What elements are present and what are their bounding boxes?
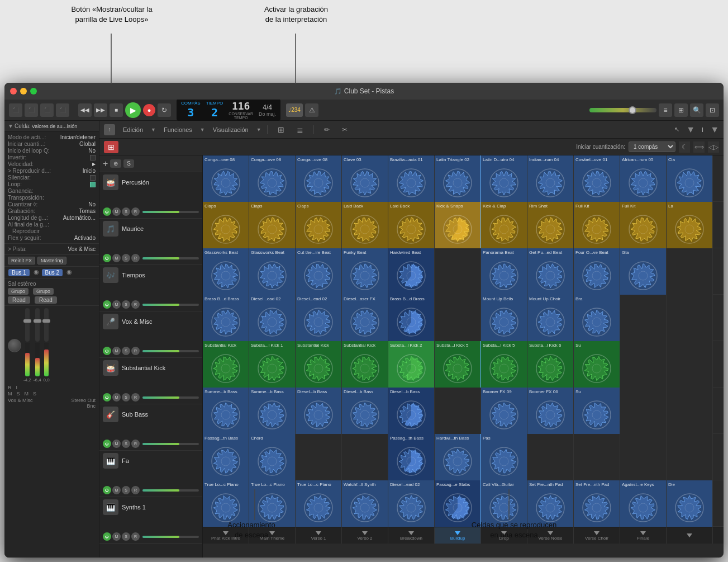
cell-0-1[interactable]: Conga...ove 08 xyxy=(249,155,296,202)
cell-4-4[interactable]: Substa...l Kick 2 xyxy=(388,341,435,388)
cell-0-3[interactable]: Clave 03 xyxy=(342,155,388,202)
silenciar-checkbox[interactable] xyxy=(90,175,96,181)
cell-3-10[interactable] xyxy=(667,295,713,341)
cell-2-7[interactable]: Get Pu...ed Beat xyxy=(527,248,574,295)
cell-3-1[interactable]: Diesel...ead 02 xyxy=(249,295,296,341)
stop-button[interactable]: ■ xyxy=(110,103,123,117)
cell-3-4[interactable]: Brass B...d Brass xyxy=(388,295,435,341)
cell-7-5[interactable]: Passag...e Stabs xyxy=(435,480,481,527)
pencil-btn[interactable]: ✏ xyxy=(320,125,334,135)
cell-7-4[interactable]: Diesel...ead 02 xyxy=(388,480,435,527)
cell-5-10[interactable] xyxy=(667,388,713,434)
live-loops-btn[interactable]: ⊞ xyxy=(104,141,118,153)
scene-btn-3[interactable]: Verso 2 xyxy=(342,527,388,544)
cell-5-9[interactable] xyxy=(620,388,667,434)
cell-6-4[interactable]: Passag...th Bass xyxy=(388,434,435,480)
cell-7-1[interactable]: True Lo...c Piano xyxy=(249,480,296,527)
cell-5-3[interactable]: Diesel...b Bass xyxy=(342,388,388,434)
cell-3-7[interactable]: Mount Up Choir xyxy=(527,295,574,341)
cell-4-6[interactable]: Substa...l Kick 5 xyxy=(481,341,527,388)
track-fader-6[interactable] xyxy=(142,489,199,492)
cell-3-9[interactable] xyxy=(620,295,667,341)
search-btn[interactable]: 🔍 xyxy=(690,103,703,117)
cell-7-6[interactable]: Cali Vib...Guitar xyxy=(481,480,527,527)
pointer-btn[interactable]: ↖ xyxy=(670,125,684,134)
cell-6-10[interactable] xyxy=(667,434,713,480)
cell-5-2[interactable]: Diesel...b Bass xyxy=(296,388,342,434)
cell-6-2[interactable] xyxy=(296,434,342,480)
cell-7-10[interactable]: Die xyxy=(667,480,713,527)
forward-button[interactable]: ▶▶ xyxy=(94,103,107,117)
track-ctrl-r-4[interactable]: R xyxy=(131,393,140,402)
track-fader-3[interactable] xyxy=(142,350,199,352)
scene-btn-1[interactable]: Main Theme xyxy=(249,527,296,544)
track-ctrl-m-0[interactable]: M xyxy=(112,207,121,216)
bus2-button[interactable]: Bus 2 xyxy=(42,269,63,276)
cell-3-6[interactable]: Mount Up Bells xyxy=(481,295,527,341)
track-ctrl-r-2[interactable]: R xyxy=(131,300,140,309)
list-grid-btn[interactable]: ≣ xyxy=(292,124,308,135)
cell-1-5[interactable]: Kick & Snaps xyxy=(435,202,481,248)
track-ctrl-m-5[interactable]: M xyxy=(112,440,121,448)
maximize-button[interactable] xyxy=(30,88,37,95)
track-fader-1[interactable] xyxy=(142,257,199,259)
track-ctrl-m-2[interactable]: M xyxy=(112,300,121,309)
master-volume[interactable] xyxy=(589,108,656,112)
cell-1-10[interactable]: La xyxy=(667,202,713,248)
toolbar-btn-3[interactable]: ⬛ xyxy=(40,103,54,117)
track-ctrl-⏻-6[interactable]: ⏻ xyxy=(103,486,111,494)
cell-5-0[interactable]: Summe...b Bass xyxy=(203,388,249,434)
track-ctrl-⏻-0[interactable]: ⏻ xyxy=(103,207,111,216)
cell-4-0[interactable]: Substantial Kick xyxy=(203,341,249,388)
scene-btn-9[interactable]: Finale xyxy=(620,527,667,544)
cell-2-1[interactable]: Glassworks Beat xyxy=(249,248,296,295)
cell-7-3[interactable]: Watchf...ll Synth xyxy=(342,480,388,527)
play-button[interactable]: ▶ xyxy=(125,102,141,118)
rewind-button[interactable]: ◀◀ xyxy=(78,103,92,117)
cell-1-7[interactable]: Rim Shot xyxy=(527,202,574,248)
cell-5-5[interactable] xyxy=(435,388,481,434)
track-ctrl-⏻-4[interactable]: ⏻ xyxy=(103,393,111,402)
mixer-btn[interactable]: ⊡ xyxy=(706,103,719,117)
visualizacion-menu[interactable]: Visualización xyxy=(208,125,253,134)
cell-7-7[interactable]: Set Fre...nth Pad xyxy=(527,480,574,527)
cell-2-2[interactable]: Cut the...ire Beat xyxy=(296,248,342,295)
track-ctrl-s-7[interactable]: S xyxy=(122,532,130,541)
scene-btn-5[interactable]: Buildup xyxy=(435,527,481,544)
funciones-menu[interactable]: Funciones xyxy=(159,125,197,134)
cell-1-3[interactable]: Laid Back xyxy=(342,202,388,248)
track-ctrl-r-6[interactable]: R xyxy=(131,486,140,494)
record-button[interactable]: ● xyxy=(143,104,155,116)
track-ctrl-m-6[interactable]: M xyxy=(112,486,121,494)
cell-6-1[interactable]: Chord xyxy=(249,434,296,480)
cell-6-9[interactable] xyxy=(620,434,667,480)
cell-0-0[interactable]: Conga...ove 08 xyxy=(203,155,249,202)
track-ctrl-⏻-5[interactable]: ⏻ xyxy=(103,440,111,448)
cell-6-6[interactable]: Pas xyxy=(481,434,527,480)
track-ctrl-⏻-2[interactable]: ⏻ xyxy=(103,300,111,309)
minimize-button[interactable] xyxy=(20,88,27,95)
bus1-button[interactable]: Bus 1 xyxy=(8,269,30,276)
cell-5-4[interactable]: Diesel...b Bass xyxy=(388,388,435,434)
track-ctrl-s-3[interactable]: S xyxy=(122,347,130,355)
cell-1-6[interactable]: Kick & Clap xyxy=(481,202,527,248)
scene-btn-2[interactable]: Verso 1 xyxy=(296,527,342,544)
cell-0-6[interactable]: Latin D...uiro 04 xyxy=(481,155,527,202)
cell-0-9[interactable]: African...rum 05 xyxy=(620,155,667,202)
arrange-btn[interactable]: ⊞ xyxy=(674,103,688,117)
cell-7-8[interactable]: Set Fre...nth Pad xyxy=(574,480,620,527)
cell-1-4[interactable]: Laid Back xyxy=(388,202,435,248)
cell-0-10[interactable]: Cla xyxy=(667,155,713,202)
track-ctrl-r-7[interactable]: R xyxy=(131,532,140,541)
cell-4-5[interactable]: Substa...l Kick 5 xyxy=(435,341,481,388)
cell-0-8[interactable]: Cowbel...ove 01 xyxy=(574,155,620,202)
add-track-btn[interactable]: ↑ xyxy=(104,124,115,135)
add-track-button[interactable]: + xyxy=(103,159,108,168)
close-button[interactable] xyxy=(10,88,17,95)
toolbar-btn-2[interactable]: ⬛ xyxy=(25,103,38,117)
track-ctrl-m-7[interactable]: M xyxy=(112,532,121,541)
scene-btn-8[interactable]: Verse Choir xyxy=(574,527,620,544)
cell-3-3[interactable]: Diesel...aser FX xyxy=(342,295,388,341)
expand-btn[interactable]: ⟺ xyxy=(693,141,705,153)
cell-4-1[interactable]: Substa...l Kick 1 xyxy=(249,341,296,388)
